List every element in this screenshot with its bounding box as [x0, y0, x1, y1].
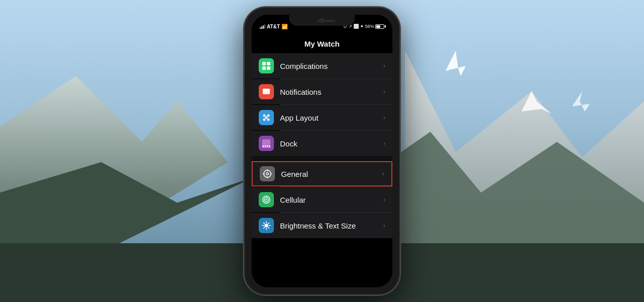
menu-item-cellular[interactable]: Cellular › [252, 187, 392, 212]
brightness-icon [259, 218, 274, 233]
svg-point-19 [265, 117, 268, 119]
bluetooth-icon: ✦ [360, 24, 364, 29]
status-left: AT&T 📶 [260, 24, 288, 29]
svg-rect-20 [262, 139, 270, 145]
phone-body: AT&T 📶 1:35 PM ⊙ ↗ ⬜ ✦ 56% My Watch [244, 7, 400, 295]
section-separator [252, 156, 392, 161]
menu-item-general[interactable]: General › [252, 161, 392, 186]
cellular-icon [259, 192, 274, 207]
general-chevron: › [382, 170, 384, 177]
svg-point-27 [267, 173, 268, 175]
phone-screen: AT&T 📶 1:35 PM ⊙ ↗ ⬜ ✦ 56% My Watch [252, 15, 392, 287]
menu-item-notifications[interactable]: Notifications › [252, 79, 392, 104]
svg-point-22 [264, 146, 265, 147]
power-button[interactable] [400, 89, 400, 124]
menu-list: Complications › Notifications › [252, 53, 392, 287]
svg-point-15 [263, 115, 266, 117]
menu-item-complications[interactable]: Complications › [252, 53, 392, 79]
mute-button[interactable] [244, 63, 244, 80]
brightness-label: Brightness & Text Size [280, 221, 383, 230]
dock-icon [259, 136, 274, 151]
svg-rect-10 [267, 62, 270, 65]
svg-marker-2 [0, 76, 228, 302]
app-layout-icon [259, 110, 274, 125]
earpiece-speaker [317, 20, 335, 22]
dock-chevron: › [383, 140, 385, 147]
cellular-label: Cellular [280, 196, 383, 204]
volume-up-button[interactable] [244, 86, 244, 111]
svg-point-34 [266, 199, 267, 201]
volume-down-button[interactable] [244, 117, 244, 142]
svg-rect-31 [270, 173, 272, 174]
airplay-icon: ⬜ [353, 24, 359, 29]
menu-item-app-layout[interactable]: App Layout › [252, 105, 392, 130]
svg-line-40 [264, 223, 265, 224]
svg-marker-1 [405, 51, 644, 302]
svg-rect-28 [267, 170, 268, 171]
menu-item-dock[interactable]: Dock › [252, 131, 392, 156]
svg-marker-6 [521, 91, 552, 114]
svg-line-41 [268, 227, 269, 228]
wifi-icon: 📶 [281, 24, 288, 29]
svg-point-17 [263, 119, 266, 121]
svg-line-42 [268, 223, 269, 224]
svg-rect-29 [267, 177, 268, 178]
svg-point-23 [266, 146, 267, 147]
signal-icon [260, 24, 265, 29]
svg-rect-12 [267, 66, 270, 70]
svg-marker-8 [572, 91, 590, 111]
complications-label: Complications [280, 62, 383, 70]
phone-frame: AT&T 📶 1:35 PM ⊙ ↗ ⬜ ✦ 56% My Watch [244, 7, 400, 295]
notch [289, 15, 355, 26]
app-layout-label: App Layout [280, 114, 383, 122]
svg-marker-7 [446, 51, 466, 76]
notifications-icon [259, 84, 274, 99]
app-header: My Watch [252, 34, 392, 53]
svg-point-16 [267, 115, 270, 117]
dock-label: Dock [280, 139, 383, 148]
battery-fill [376, 25, 380, 28]
svg-point-18 [267, 119, 270, 121]
app-layout-chevron: › [383, 114, 385, 121]
notifications-label: Notifications [280, 88, 383, 96]
svg-rect-9 [262, 62, 266, 65]
notifications-chevron: › [383, 88, 385, 95]
battery-percent: 56% [365, 24, 374, 29]
general-label: General [281, 170, 382, 178]
cellular-chevron: › [383, 196, 385, 203]
svg-point-24 [268, 146, 269, 147]
svg-rect-14 [263, 89, 270, 91]
svg-rect-11 [262, 66, 266, 70]
battery-icon [375, 24, 384, 29]
svg-rect-30 [263, 173, 265, 174]
svg-marker-4 [0, 162, 253, 302]
general-icon [260, 166, 275, 181]
brightness-chevron: › [383, 222, 385, 229]
complications-chevron: › [383, 62, 385, 69]
carrier-label: AT&T [267, 24, 280, 29]
svg-line-43 [264, 227, 265, 228]
menu-item-brightness[interactable]: Brightness & Text Size › [252, 213, 392, 238]
complications-icon [259, 58, 274, 73]
page-title: My Watch [304, 40, 339, 48]
svg-point-35 [265, 224, 268, 228]
